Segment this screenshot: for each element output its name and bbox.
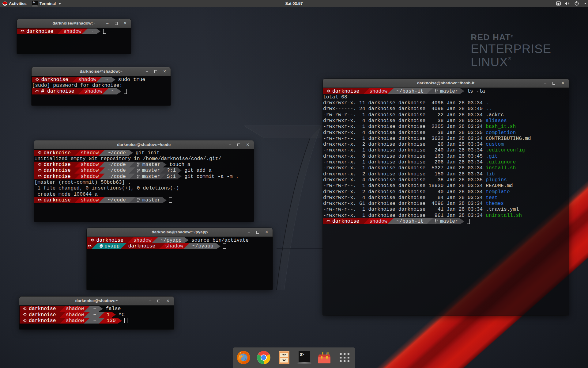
svg-text:$>: $>	[300, 353, 304, 357]
